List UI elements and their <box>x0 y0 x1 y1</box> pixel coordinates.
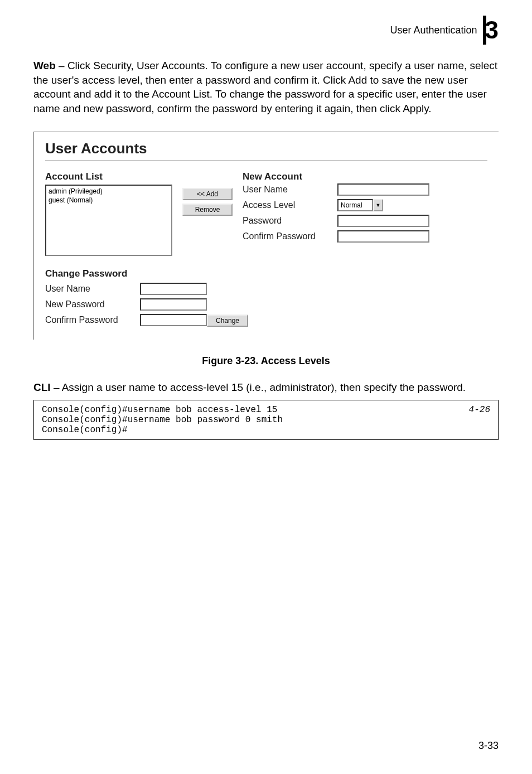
cli-example: Console(config)#username bob access-leve… <box>33 400 499 440</box>
figure-caption: Figure 3-23. Access Levels <box>33 355 499 367</box>
cli-label: CLI <box>33 381 51 393</box>
cp-confirm-label: Confirm Password <box>45 315 140 325</box>
list-item[interactable]: guest (Normal) <box>49 196 169 205</box>
cp-newpw-input[interactable] <box>140 298 207 311</box>
cp-newpw-label: New Password <box>45 299 140 309</box>
accesslevel-label: Access Level <box>243 200 337 210</box>
cli-paragraph: CLI – Assign a user name to access-level… <box>33 380 499 395</box>
new-account-heading: New Account <box>243 171 487 182</box>
password-label: Password <box>243 216 337 226</box>
chevron-down-icon: ▼ <box>373 199 383 211</box>
cli-ref: 4-26 <box>469 405 490 435</box>
cp-confirm-input[interactable] <box>140 314 207 326</box>
cp-username-input[interactable] <box>140 283 207 295</box>
cp-username-label: User Name <box>45 284 140 294</box>
username-label: User Name <box>243 185 337 195</box>
account-list-heading: Account List <box>45 171 172 182</box>
cli-lines: Console(config)#username bob access-leve… <box>42 405 283 435</box>
chapter-badge: 3 <box>483 16 499 45</box>
change-password-heading: Change Password <box>45 268 487 279</box>
password-input[interactable] <box>337 215 429 227</box>
panel-title: User Accounts <box>45 140 487 157</box>
list-item[interactable]: admin (Privileged) <box>49 187 169 196</box>
change-button[interactable]: Change <box>207 315 248 327</box>
username-input[interactable] <box>337 183 429 196</box>
intro-label: Web <box>33 60 56 71</box>
intro-paragraph: Web – Click Security, User Accounts. To … <box>33 59 499 116</box>
add-button[interactable]: << Add <box>182 188 233 200</box>
confirm-label: Confirm Password <box>243 231 337 241</box>
account-list[interactable]: admin (Privileged) guest (Normal) <box>45 185 172 256</box>
user-accounts-panel: User Accounts Account List admin (Privil… <box>33 132 499 340</box>
accesslevel-select[interactable]: Normal ▼ <box>337 199 429 211</box>
header-section: User Authentication <box>390 25 477 36</box>
remove-button[interactable]: Remove <box>182 204 233 216</box>
confirm-input[interactable] <box>337 230 429 243</box>
page-number: 3-33 <box>478 740 499 752</box>
